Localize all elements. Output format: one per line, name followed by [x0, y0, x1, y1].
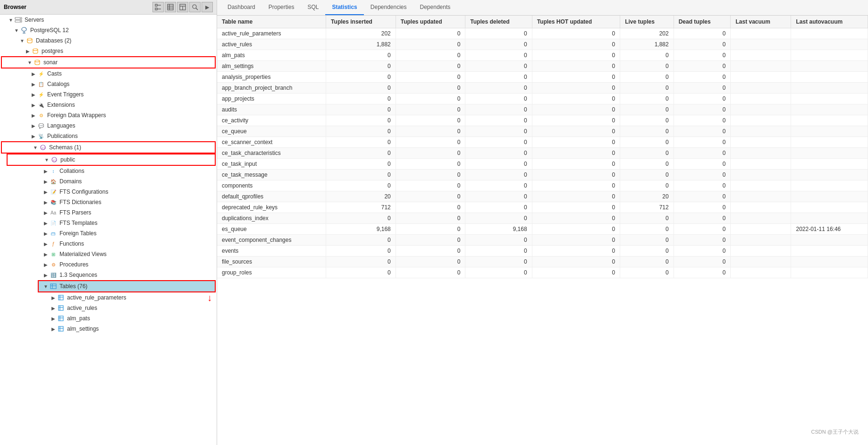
watermark: CSDN @王子个大说 [811, 428, 859, 436]
svg-rect-36 [59, 316, 63, 321]
col-live-tuples: Live tuples [620, 16, 674, 28]
tree-item-sequences[interactable]: ▶ 🔢 1.3 Sequences [0, 270, 217, 280]
db-sonar-icon [33, 58, 42, 67]
tab-properties[interactable]: Properties [262, 0, 301, 15]
tree-item-active-rule-parameters[interactable]: ▶ active_rule_parameters ↓ [0, 292, 217, 303]
column-view-button[interactable] [177, 2, 188, 12]
table-row: alm_pats000000 [217, 50, 868, 61]
tree-item-casts[interactable]: ▶ ⚡ Casts [0, 68, 217, 79]
tree-item-event-triggers[interactable]: ▶ ⚡ Event Triggers [0, 89, 217, 100]
tree-item-fdw[interactable]: ▶ ⚙ Foreign Data Wrappers [0, 110, 217, 120]
tree-item-domains[interactable]: ▶ 🏠 Domains [0, 176, 217, 187]
table-row: audits000000 [217, 104, 868, 115]
table-row: ce_queue000000 [217, 126, 868, 137]
tree-item-fts-templates[interactable]: ▶ 📄 FTS Templates [0, 218, 217, 228]
tree-item-postgresql12[interactable]: ▼ PostgreSQL 12 [0, 25, 217, 35]
tree-item-databases[interactable]: ▼ Databases (2) [0, 35, 217, 46]
browser-tree: ▼ Servers ▼ PostgreSQL 12 ▼ [0, 15, 217, 445]
tree-item-languages[interactable]: ▶ 💬 Languages [0, 120, 217, 131]
tab-sql[interactable]: SQL [301, 0, 325, 15]
expand-arrow: ▶ [30, 71, 37, 77]
fts-config-icon: 📝 [49, 188, 58, 196]
col-dead-tuples: Dead tuples [674, 16, 731, 28]
svg-rect-4 [168, 4, 173, 10]
tree-item-extensions[interactable]: ▶ 🔌 Extensions [0, 100, 217, 110]
browser-panel: Browser [0, 0, 217, 445]
expand-arrow: ▶ [42, 179, 49, 184]
casts-label: Casts [47, 70, 62, 77]
table-row: app_projects000000 [217, 94, 868, 104]
tab-dependencies[interactable]: Dependencies [364, 0, 413, 15]
expand-arrow: ▶ [42, 221, 49, 226]
table-row: deprecated_rule_keys7120007120 [217, 202, 868, 213]
domains-icon: 🏠 [49, 177, 58, 186]
tree-item-publications[interactable]: ▶ 📡 Publications [0, 131, 217, 141]
svg-rect-33 [59, 306, 63, 310]
table-row: ce_task_characteristics000000 [217, 148, 868, 159]
statistics-table: Table name Tuples inserted Tuples update… [217, 16, 868, 278]
col-last-autovacuum: Last autovacuum [791, 16, 868, 28]
expand-arrow: ▶ [42, 273, 49, 278]
svg-text:<>: <> [42, 146, 46, 150]
fts-config-label: FTS Configurations [59, 188, 108, 195]
col-tuples-deleted: Tuples deleted [465, 16, 532, 28]
domains-label: Domains [59, 178, 82, 185]
table-icon-3 [57, 314, 65, 323]
postgres-label: postgres [42, 48, 63, 54]
search-button[interactable] [189, 2, 201, 12]
db-icon [31, 47, 40, 55]
tree-item-functions[interactable]: ▶ ƒ Functions [0, 239, 217, 249]
languages-label: Languages [47, 122, 75, 129]
svg-point-17 [22, 27, 26, 31]
tree-item-collations[interactable]: ▶ ↕ Collations [0, 166, 217, 176]
svg-rect-1 [155, 8, 157, 10]
tree-item-fts-parsers[interactable]: ▶ Aa FTS Parsers [0, 207, 217, 218]
table-row: es_queue9,16809,1680002022-01-11 16:46 [217, 224, 868, 235]
table-row: ce_task_input000000 [217, 159, 868, 170]
red-arrow-indicator: ↓ [207, 292, 212, 303]
svg-point-21 [33, 49, 38, 51]
table-row: ce_activity000000 [217, 115, 868, 126]
browser-header: Browser [0, 0, 217, 15]
collations-icon: ↕ [49, 167, 58, 175]
tree-item-procedures[interactable]: ▶ ⚙ Procedures [0, 259, 217, 270]
tree-item-servers[interactable]: ▼ Servers [0, 15, 217, 25]
query-button[interactable]: ▶ [202, 2, 213, 12]
tree-item-alm-pats[interactable]: ▶ alm_pats [0, 313, 217, 324]
pg-icon [20, 26, 28, 34]
tables-label: Tables (76) [59, 283, 87, 290]
tree-item-fts-dict[interactable]: ▶ 📚 FTS Dictionaries [0, 197, 217, 207]
tree-item-catalogs[interactable]: ▶ 📋 Catalogs [0, 79, 217, 89]
tab-dependents[interactable]: Dependents [413, 0, 457, 15]
table-row: duplications_index000000 [217, 213, 868, 224]
expand-arrow: ▼ [42, 284, 49, 289]
collations-label: Collations [59, 168, 84, 174]
browser-toolbar: ▶ [152, 2, 213, 12]
table-view-button[interactable] [165, 2, 176, 12]
tree-item-mat-views[interactable]: ▶ ⊞ Materialized Views [0, 249, 217, 259]
table-row: active_rules1,8820001,8820 [217, 39, 868, 50]
databases-icon [25, 36, 34, 45]
expand-arrow: ▶ [42, 231, 49, 236]
active-rule-parameters-label: active_rule_parameters [67, 294, 126, 301]
fts-parsers-icon: Aa [49, 208, 58, 217]
tab-statistics[interactable]: Statistics [325, 0, 363, 15]
table-row: default_qprofiles20000200 [217, 191, 868, 202]
tree-item-active-rules[interactable]: ▶ active_rules [0, 303, 217, 313]
tab-dashboard[interactable]: Dashboard [221, 0, 262, 15]
col-tuples-hot-updated: Tuples HOT updated [532, 16, 620, 28]
tree-item-public[interactable]: ▼ <> public [8, 154, 215, 165]
tree-item-sonar[interactable]: ▼ sonar [2, 57, 215, 68]
tree-item-tables[interactable]: ▼ Tables (76) [39, 281, 215, 291]
expand-arrow: ▶ [42, 252, 49, 257]
statistics-table-container: Table name Tuples inserted Tuples update… [217, 16, 868, 445]
table-row: ce_task_message000000 [217, 170, 868, 180]
tree-item-postgres[interactable]: ▶ postgres [0, 46, 217, 56]
sequences-label: 1.3 Sequences [59, 272, 97, 278]
svg-rect-27 [51, 284, 56, 289]
tree-view-button[interactable] [152, 2, 164, 12]
tree-item-fts-config[interactable]: ▶ 📝 FTS Configurations [0, 187, 217, 197]
tree-item-alm-settings[interactable]: ▶ alm_settings [0, 324, 217, 334]
tree-item-foreign-tables[interactable]: ▶ 🗃 Foreign Tables [0, 228, 217, 239]
tree-item-schemas[interactable]: ▼ <> Schemas (1) [2, 142, 215, 153]
